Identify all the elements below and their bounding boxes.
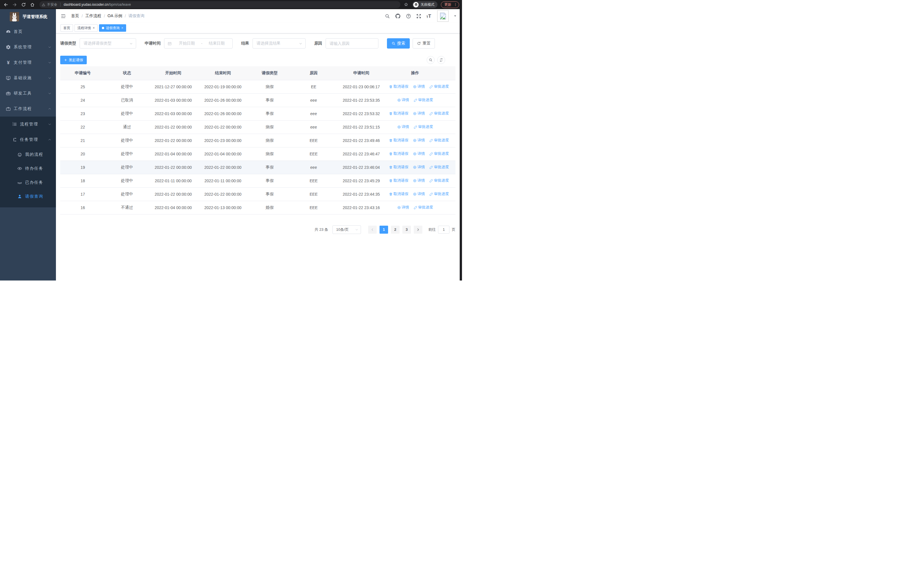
sidebar-item-my-process[interactable]: 我的流程 — [0, 147, 56, 161]
pen-icon — [429, 179, 433, 182]
apply-time-range-picker[interactable]: 开始日期 - 结束日期 — [164, 38, 232, 48]
action-progress-link[interactable]: 审批进度 — [414, 124, 433, 129]
search-button[interactable]: 搜索 — [387, 38, 410, 48]
app-title: 芋道管理系统 — [22, 14, 47, 20]
action-detail-link[interactable]: 详情 — [413, 111, 425, 116]
security-label[interactable]: 不安全 — [47, 2, 57, 7]
prev-page-button[interactable] — [368, 226, 376, 234]
action-detail-link[interactable]: 详情 — [397, 98, 409, 102]
action-detail-link[interactable]: 详情 — [413, 164, 425, 170]
sidebar-item-home[interactable]: 首页 — [0, 24, 56, 39]
table-row[interactable]: 24 已取消 2022-01-03 00:00:00 2022-01-26 00… — [60, 93, 455, 107]
font-size-icon[interactable]: TT — [426, 14, 431, 18]
address-bar[interactable]: 不安全 dashboard.yudao.iocoder.cn /bpm/oa/l… — [39, 1, 400, 8]
home-icon[interactable] — [30, 2, 35, 7]
sidebar-item-payment-management[interactable]: ¥ 支付管理 — [0, 55, 56, 70]
fullscreen-icon[interactable] — [416, 14, 422, 19]
sidebar-item-todo-tasks[interactable]: 待办任务 — [0, 161, 56, 175]
action-detail-link[interactable]: 详情 — [413, 138, 425, 143]
action-progress-link[interactable]: 审批进度 — [414, 98, 433, 102]
tab-close-icon[interactable]: × — [93, 26, 95, 30]
result-select[interactable]: 请选择流结果 — [252, 38, 306, 48]
action-progress-link[interactable]: 审批进度 — [429, 138, 449, 143]
tab-process-detail[interactable]: 流程详情 × — [75, 24, 98, 32]
action-progress-link[interactable]: 审批进度 — [429, 151, 449, 156]
create-leave-button[interactable]: 发起请假 — [60, 56, 87, 64]
reload-icon[interactable] — [21, 2, 26, 7]
action-progress-link[interactable]: 审批进度 — [414, 205, 433, 210]
app-logo-row[interactable]: 芋道管理系统 — [0, 9, 56, 24]
action-progress-link[interactable]: 审批进度 — [429, 178, 449, 183]
forward-icon[interactable] — [12, 2, 17, 7]
chevron-left-icon — [370, 228, 374, 232]
back-icon[interactable] — [3, 2, 8, 7]
help-icon[interactable] — [406, 14, 411, 19]
sidebar-item-workflow[interactable]: 工作流程 — [0, 101, 56, 117]
action-detail-link[interactable]: 详情 — [397, 124, 409, 129]
breadcrumb-item[interactable]: 工作流程 — [86, 14, 101, 18]
table-row[interactable]: 23 处理中 2022-01-03 00:00:00 2022-01-26 00… — [60, 107, 455, 120]
action-detail-link[interactable]: 详情 — [413, 178, 425, 183]
page-button-3[interactable]: 3 — [402, 226, 411, 234]
table-row[interactable]: 16 不通过 2022-01-04 00:00:00 2022-01-13 00… — [60, 201, 455, 214]
action-progress-link[interactable]: 审批进度 — [429, 84, 449, 89]
toolbar-row: 发起请假 — [60, 56, 455, 64]
leave-type-select[interactable]: 请选择请假类型 — [80, 38, 136, 48]
action-cancel-link[interactable]: 取消请假 — [389, 84, 408, 89]
pen-icon — [414, 125, 417, 129]
next-page-button[interactable] — [414, 226, 422, 234]
menu-dots-icon[interactable] — [453, 3, 458, 7]
action-cancel-link[interactable]: 取消请假 — [389, 111, 408, 116]
tab-close-icon[interactable]: × — [121, 26, 123, 30]
sidebar-item-leave-query[interactable]: 请假查询 — [0, 190, 56, 203]
breadcrumb-item[interactable]: OA 示例 — [108, 14, 122, 18]
table-row[interactable]: 18 处理中 2022-01-11 00:00:00 2022-01-11 00… — [60, 174, 455, 187]
tab-home[interactable]: 首页 — [60, 24, 73, 32]
reason-input[interactable] — [326, 38, 378, 48]
action-cancel-link[interactable]: 取消请假 — [389, 191, 408, 197]
action-progress-link[interactable]: 审批进度 — [429, 191, 449, 197]
sidebar-item-process-management[interactable]: 流程管理 — [0, 117, 56, 132]
sidebar-item-system-management[interactable]: 系统管理 — [0, 39, 56, 55]
table-row[interactable]: 22 通过 2022-01-22 00:00:00 2022-01-22 00:… — [60, 120, 455, 134]
action-detail-link[interactable]: 详情 — [413, 84, 425, 89]
table-row[interactable]: 25 处理中 2021-12-27 00:00:00 2022-01-19 00… — [60, 80, 455, 93]
action-progress-link[interactable]: 审批进度 — [429, 164, 449, 170]
search-icon[interactable] — [385, 14, 390, 19]
reset-button[interactable]: 重置 — [412, 38, 435, 48]
action-detail-link[interactable]: 详情 — [413, 151, 425, 156]
action-cancel-link[interactable]: 取消请假 — [389, 164, 408, 170]
user-avatar[interactable] — [437, 10, 448, 22]
sidebar-collapse-icon[interactable] — [60, 14, 66, 19]
tab-leave-query[interactable]: 请假查询 × — [99, 24, 126, 32]
goto-page-input[interactable] — [438, 226, 450, 234]
action-detail-link[interactable]: 详情 — [397, 205, 409, 210]
browser-scrollbar[interactable] — [460, 9, 462, 281]
table-row[interactable]: 19 处理中 2022-01-22 00:00:00 2022-01-22 00… — [60, 161, 455, 174]
toggle-search-button[interactable] — [427, 56, 435, 64]
page-button-1[interactable]: 1 — [380, 226, 388, 234]
refresh-table-button[interactable] — [437, 56, 445, 64]
action-detail-link[interactable]: 详情 — [413, 191, 425, 197]
bookmark-star-icon[interactable] — [404, 2, 408, 7]
page-button-2[interactable]: 2 — [391, 226, 399, 234]
github-icon[interactable] — [395, 13, 401, 19]
avatar-caret-down-icon[interactable] — [453, 14, 457, 18]
yen-icon: ¥ — [6, 60, 11, 65]
action-cancel-link[interactable]: 取消请假 — [389, 151, 408, 156]
list-icon — [12, 122, 17, 127]
table-row[interactable]: 21 处理中 2022-01-22 00:00:00 2022-01-23 00… — [60, 134, 455, 147]
trash-icon — [389, 112, 393, 116]
sidebar-item-dev-tools[interactable]: 研发工具 — [0, 86, 56, 101]
sidebar-item-done-tasks[interactable]: 已办任务 — [0, 175, 56, 190]
action-progress-link[interactable]: 审批进度 — [429, 111, 449, 116]
table-row[interactable]: 17 处理中 2022-01-22 00:00:00 2022-01-22 00… — [60, 187, 455, 201]
browser-update-button[interactable]: 更新 — [441, 2, 459, 8]
page-size-select[interactable]: 10条/页 — [333, 226, 361, 234]
breadcrumb-item[interactable]: 首页 — [71, 14, 79, 18]
action-cancel-link[interactable]: 取消请假 — [389, 178, 408, 183]
sidebar-item-task-management[interactable]: 任务管理 — [0, 132, 56, 147]
sidebar-item-infrastructure[interactable]: 基础设施 — [0, 70, 56, 86]
action-cancel-link[interactable]: 取消请假 — [389, 138, 408, 143]
table-row[interactable]: 20 处理中 2022-01-04 00:00:00 2022-01-04 00… — [60, 147, 455, 161]
